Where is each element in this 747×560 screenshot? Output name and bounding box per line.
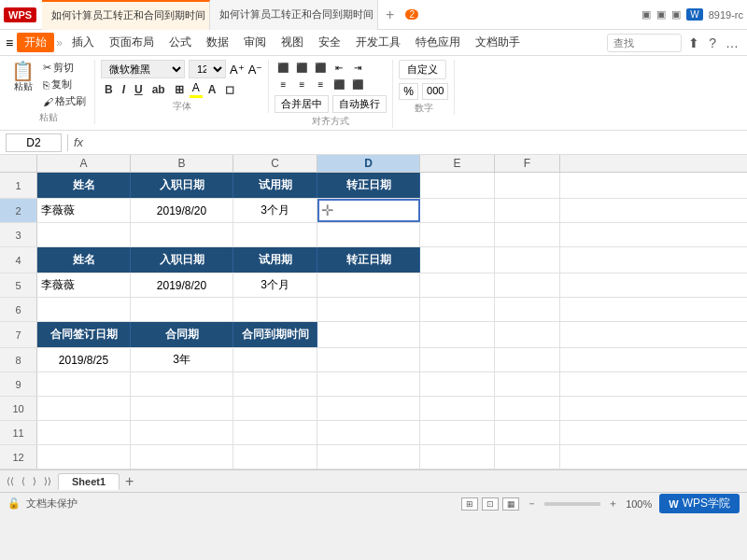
cell-d5[interactable] (317, 273, 420, 297)
cell-c5[interactable]: 3个月 (233, 273, 317, 297)
row-num-2[interactable]: 2 (0, 199, 37, 222)
autowrap-button[interactable]: 自动换行 (332, 95, 387, 113)
align-indent-inc[interactable]: ⇥ (349, 60, 366, 75)
font-size-decrease[interactable]: A⁻ (248, 63, 263, 77)
cell-b10[interactable] (131, 397, 233, 420)
row-num-5[interactable]: 5 (0, 273, 37, 297)
cell-f4[interactable] (495, 247, 560, 273)
cell-c3[interactable] (233, 223, 317, 246)
row-num-1[interactable]: 1 (0, 173, 37, 198)
align-bottom-left[interactable]: ⬛ (331, 77, 347, 91)
row-num-12[interactable]: 12 (0, 445, 37, 469)
wps-logo[interactable]: WPS (4, 7, 36, 22)
cell-d2[interactable]: ✛ (317, 199, 420, 222)
cell-b2[interactable]: 2019/8/20 (131, 199, 233, 222)
cell-f11[interactable] (495, 421, 560, 444)
cell-f8[interactable] (495, 348, 560, 371)
cell-d1[interactable]: 转正日期 (317, 173, 420, 198)
cell-f2[interactable] (495, 199, 560, 222)
cell-d10[interactable] (317, 397, 420, 420)
underline-button[interactable]: U (131, 82, 147, 97)
menu-insert[interactable]: 插入 (64, 33, 102, 52)
align-bottom-right[interactable]: ⬛ (349, 77, 366, 91)
cell-c8[interactable] (233, 348, 317, 371)
cell-d12[interactable] (317, 445, 420, 469)
border-button[interactable]: ⊞ (171, 82, 188, 97)
cell-a3[interactable] (37, 223, 131, 246)
menu-data[interactable]: 数据 (199, 33, 236, 52)
cell-e5[interactable] (420, 273, 495, 297)
formula-input[interactable] (87, 133, 741, 152)
sheet-next-button[interactable]: ⟩ (30, 475, 39, 487)
search-input[interactable] (607, 34, 682, 52)
cell-d4[interactable]: 转正日期 (317, 247, 420, 273)
menu-layout[interactable]: 页面布局 (102, 33, 162, 52)
sheet-prev-button[interactable]: ⟨ (19, 475, 28, 487)
menu-review[interactable]: 审阅 (236, 33, 274, 52)
italic-button[interactable]: I (119, 82, 129, 97)
cell-b7[interactable]: 合同期 (131, 322, 233, 347)
cell-b4[interactable]: 入职日期 (131, 247, 233, 273)
cell-a7[interactable]: 合同签订日期 (37, 322, 131, 347)
fx-button[interactable]: fx (74, 135, 83, 149)
menu-view[interactable]: 视图 (274, 33, 311, 52)
font-name-selector[interactable]: 微软雅黑 (101, 60, 185, 78)
font-color-button[interactable]: A (204, 82, 220, 97)
sheet-last-button[interactable]: ⟩⟩ (41, 475, 54, 487)
cell-e2[interactable] (420, 199, 495, 222)
sheet-first-button[interactable]: ⟨⟨ (4, 475, 17, 487)
col-header-d[interactable]: D (317, 155, 420, 172)
cell-b1[interactable]: 入职日期 (131, 173, 233, 198)
cell-e3[interactable] (420, 223, 495, 246)
cell-a6[interactable] (37, 298, 131, 321)
cell-a10[interactable] (37, 397, 131, 420)
cell-e9[interactable] (420, 372, 495, 396)
cell-a12[interactable] (37, 445, 131, 469)
cell-b11[interactable] (131, 421, 233, 444)
cell-a1[interactable]: 姓名 (37, 173, 131, 198)
menu-start[interactable]: 开始 (17, 33, 54, 52)
cell-b9[interactable] (131, 372, 233, 396)
row-num-11[interactable]: 11 (0, 421, 37, 444)
cell-a4[interactable]: 姓名 (37, 247, 131, 273)
cell-e6[interactable] (420, 298, 495, 321)
col-header-e[interactable]: E (420, 155, 495, 172)
strikethrough-button[interactable]: ab (148, 82, 169, 97)
cell-d3[interactable] (317, 223, 420, 246)
cell-f1[interactable] (495, 173, 560, 198)
cell-f3[interactable] (495, 223, 560, 246)
thousands-button[interactable]: 000 (422, 83, 448, 100)
align-left[interactable]: ≡ (275, 77, 291, 91)
fill-color-button[interactable]: A (190, 81, 203, 98)
cell-b3[interactable] (131, 223, 233, 246)
cell-f10[interactable] (495, 397, 560, 420)
more-icon[interactable]: … (723, 35, 741, 50)
cell-d11[interactable] (317, 421, 420, 444)
cell-e7[interactable] (420, 322, 495, 347)
upload-icon[interactable]: ⬆ (685, 35, 702, 50)
cell-c10[interactable] (233, 397, 317, 420)
cell-a2[interactable]: 李薇薇 (37, 199, 131, 222)
cell-c4[interactable]: 试用期 (233, 247, 317, 273)
window-control-3[interactable]: ▣ (671, 8, 681, 21)
menu-docassist[interactable]: 文档助手 (468, 33, 528, 52)
custom-format-button[interactable]: 自定义 (399, 60, 446, 79)
cell-f12[interactable] (495, 445, 560, 469)
cell-a11[interactable] (37, 421, 131, 444)
tab-add-button[interactable]: + (378, 7, 402, 23)
sheet-tab-1[interactable]: Sheet1 (58, 473, 120, 490)
cell-a9[interactable] (37, 372, 131, 396)
cell-c9[interactable] (233, 372, 317, 396)
zoom-slider[interactable] (544, 502, 600, 506)
cell-e10[interactable] (420, 397, 495, 420)
row-num-3[interactable]: 3 (0, 223, 37, 246)
align-indent-dec[interactable]: ⇤ (331, 60, 347, 75)
col-header-c[interactable]: C (233, 155, 317, 172)
col-header-a[interactable]: A (37, 155, 131, 172)
cell-f5[interactable] (495, 273, 560, 297)
cell-d9[interactable] (317, 372, 420, 396)
active-tab[interactable]: 如何计算员工转正和合同到期时间 ✕ (42, 0, 210, 30)
cell-b6[interactable] (131, 298, 233, 321)
cell-b8[interactable]: 3年 (131, 348, 233, 371)
col-header-b[interactable]: B (131, 155, 233, 172)
